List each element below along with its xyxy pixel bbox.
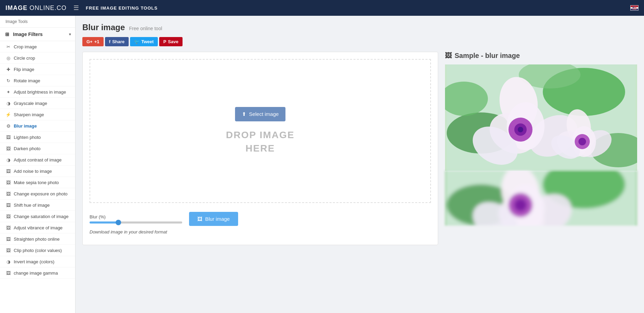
upload-area[interactable]: ⬆ Select image DROP IMAGE HERE [90, 59, 431, 203]
sidebar-item-lighten[interactable]: 🖼 Lighten photo [0, 132, 75, 143]
sidebar-item-saturation[interactable]: 🖼 Change saturation of image [0, 211, 75, 222]
flip-icon: ✚ [5, 67, 11, 72]
pinterest-save-button[interactable]: P Save [159, 37, 183, 46]
blur-label: Blur (%) [90, 214, 182, 219]
sidebar-item-darken[interactable]: 🖼 Darken photo [0, 143, 75, 154]
sepia-icon: 🖼 [5, 180, 11, 185]
blur-label-area: Blur (%) [90, 214, 182, 224]
sidebar-item-label: Lighten photo [14, 135, 41, 140]
sidebar-item-blur-image[interactable]: ⊙ Blur image [0, 120, 75, 132]
twitter-label: Tweet [141, 39, 154, 44]
sidebar-section-header[interactable]: ⊞ Image Filters ▾ [0, 28, 75, 41]
sidebar-item-label: Shift hue of image [14, 203, 50, 208]
select-image-label: Select image [249, 111, 279, 117]
logo-bold: IMAGE [5, 4, 27, 11]
social-buttons: G+ +1 f Share 🐦 Tweet P Save [82, 37, 637, 46]
sidebar-item-grayscale[interactable]: ◑ Grayscale image [0, 98, 75, 109]
flag-icon: 🇺🇸 [630, 5, 639, 11]
clip-icon: 🖼 [5, 248, 11, 253]
sidebar-item-label: Crop image [14, 44, 37, 49]
sidebar-item-label: Change exposure on photo [14, 191, 68, 196]
blur-controls: Blur (%) 🖼 Blur image Download image in … [90, 208, 431, 238]
google-plus-label: +1 [94, 39, 99, 44]
breadcrumb: Image Tools [0, 16, 75, 28]
sidebar-item-circle-crop[interactable]: ◎ Circle crop [0, 52, 75, 64]
darken-icon: 🖼 [5, 146, 11, 151]
sidebar-item-label: Make sepia tone photo [14, 180, 59, 185]
sidebar-item-label: Blur image [14, 123, 37, 129]
drop-text: DROP IMAGE HERE [226, 128, 295, 155]
sidebar-item-crop-image[interactable]: ✂ Crop image [0, 41, 75, 52]
lighten-icon: 🖼 [5, 134, 11, 140]
two-col-layout: ⬆ Select image DROP IMAGE HERE Blur (%) [82, 52, 637, 245]
sidebar-item-sharpen[interactable]: ⚡ Sharpen image [0, 109, 75, 120]
gamma-icon: 🖼 [5, 270, 11, 276]
download-text: Download image in your desired format [90, 229, 431, 234]
google-plus-button[interactable]: G+ +1 [82, 37, 104, 46]
layout: Image Tools ⊞ Image Filters ▾ ✂ Crop ima… [0, 16, 644, 313]
blur-slider[interactable] [90, 221, 182, 224]
drop-text-line1: DROP IMAGE [226, 128, 295, 142]
svg-point-31 [514, 199, 527, 211]
sample-images [445, 64, 637, 226]
contrast-icon: ◑ [5, 157, 11, 162]
sidebar-item-invert[interactable]: ◑ Invert image (colors) [0, 256, 75, 267]
sidebar: Image Tools ⊞ Image Filters ▾ ✂ Crop ima… [0, 16, 75, 313]
exposure-icon: 🖼 [5, 191, 11, 196]
hamburger-icon[interactable]: ☰ [73, 4, 79, 12]
page-header: Blur image Free online tool [82, 23, 637, 32]
facebook-label: Share [112, 39, 125, 44]
sidebar-item-brightness[interactable]: ✦ Adjust brightness in image [0, 86, 75, 98]
google-plus-icon: G+ [86, 39, 93, 44]
svg-point-20 [578, 138, 586, 145]
twitter-icon: 🐦 [134, 39, 140, 44]
sample-header: 🖼 Sample - blur image [445, 52, 637, 60]
sidebar-item-clip[interactable]: 🖼 Clip photo (color values) [0, 245, 75, 256]
sidebar-item-straighten[interactable]: 🖼 Straighten photo online [0, 233, 75, 245]
grayscale-icon: ◑ [5, 100, 11, 106]
sidebar-item-label: Adjust contrast of image [14, 157, 61, 162]
blur-button-label: Blur image [205, 216, 230, 222]
logo[interactable]: IMAGE ONLINE.CO [5, 4, 67, 12]
blur-image-button[interactable]: 🖼 Blur image [189, 212, 238, 226]
sidebar-item-rotate-image[interactable]: ↻ Rotate image [0, 75, 75, 86]
drop-text-line2: HERE [226, 142, 295, 155]
flower-svg-bottom [445, 171, 637, 226]
facebook-share-button[interactable]: f Share [105, 37, 129, 46]
sidebar-item-label: Circle crop [14, 56, 35, 61]
sidebar-item-noise[interactable]: 🖼 Add noise to image [0, 166, 75, 177]
sidebar-item-flip-image[interactable]: ✚ Flip image [0, 64, 75, 75]
invert-icon: ◑ [5, 259, 11, 264]
page-title: Blur image [82, 23, 125, 32]
sidebar-item-contrast[interactable]: ◑ Adjust contrast of image [0, 154, 75, 166]
topnav: IMAGE ONLINE.CO ☰ FREE IMAGE EDITING TOO… [0, 0, 644, 16]
twitter-tweet-button[interactable]: 🐦 Tweet [130, 37, 158, 46]
upload-panel: ⬆ Select image DROP IMAGE HERE Blur (%) [82, 52, 438, 245]
sidebar-item-label: Grayscale image [14, 101, 47, 106]
rotate-icon: ↻ [5, 78, 11, 83]
sidebar-item-label: Straighten photo online [14, 237, 60, 242]
sidebar-item-sepia[interactable]: 🖼 Make sepia tone photo [0, 177, 75, 188]
hue-icon: 🖼 [5, 202, 11, 208]
facebook-icon: f [109, 39, 110, 44]
logo-light: ONLINE.CO [27, 4, 67, 11]
sharpen-icon: ⚡ [5, 112, 11, 117]
sidebar-item-label: Adjust vibrance of image [14, 225, 62, 230]
select-image-button[interactable]: ⬆ Select image [235, 107, 286, 121]
sample-image-icon: 🖼 [445, 52, 452, 60]
vibrance-icon: 🖼 [5, 225, 11, 230]
chevron-down-icon: ▾ [69, 32, 71, 37]
sidebar-item-hue[interactable]: 🖼 Shift hue of image [0, 200, 75, 211]
main-content: Blur image Free online tool G+ +1 f Shar… [75, 16, 644, 313]
noise-icon: 🖼 [5, 168, 11, 174]
sidebar-section-header-left: ⊞ Image Filters [4, 31, 43, 37]
sidebar-item-gamma[interactable]: 🖼 change image gamma [0, 267, 75, 279]
sidebar-item-vibrance[interactable]: 🖼 Adjust vibrance of image [0, 222, 75, 233]
sidebar-item-label: Sharpen image [14, 112, 44, 117]
upload-icon: ⬆ [242, 111, 246, 117]
sidebar-item-label: Darken photo [14, 146, 40, 151]
blur-row: Blur (%) 🖼 Blur image [90, 212, 431, 226]
sidebar-item-label: Adjust brightness in image [14, 89, 66, 95]
sidebar-item-exposure[interactable]: 🖼 Change exposure on photo [0, 188, 75, 200]
circle-icon: ◎ [5, 55, 11, 61]
